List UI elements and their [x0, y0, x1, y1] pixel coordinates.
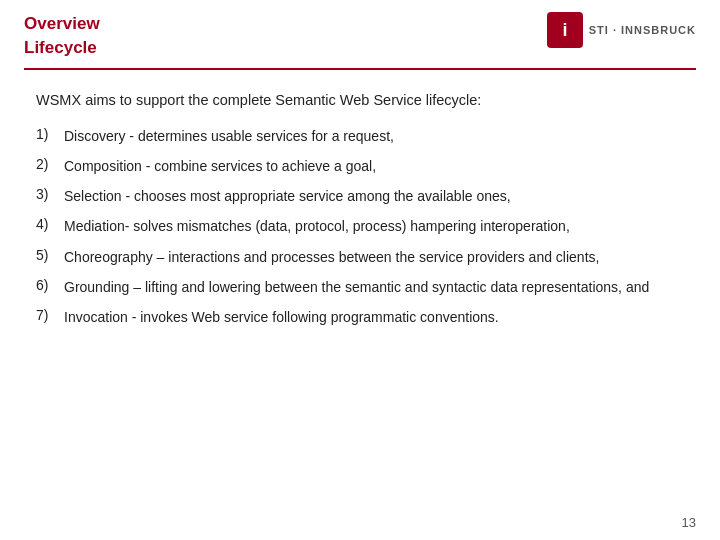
lifecycle-list: 1)Discovery - determines usable services…: [36, 126, 684, 328]
list-number: 5): [36, 247, 64, 263]
list-text: Composition - combine services to achiev…: [64, 156, 376, 176]
page-header: Overview Lifecycle i STI · INNSBRUCK: [0, 0, 720, 68]
list-number: 7): [36, 307, 64, 323]
list-text: Selection - chooses most appropriate ser…: [64, 186, 511, 206]
list-text: Discovery - determines usable services f…: [64, 126, 394, 146]
list-item: 6)Grounding – lifting and lowering betwe…: [36, 277, 684, 297]
list-text: Choreography – interactions and processe…: [64, 247, 599, 267]
list-text: Grounding – lifting and lowering between…: [64, 277, 649, 297]
sti-logo-icon: i: [547, 12, 583, 48]
main-content: WSMX aims to support the complete Semant…: [0, 70, 720, 354]
list-item: 2)Composition - combine services to achi…: [36, 156, 684, 176]
list-number: 1): [36, 126, 64, 142]
list-item: 4)Mediation- solves mismatches (data, pr…: [36, 216, 684, 236]
list-item: 1)Discovery - determines usable services…: [36, 126, 684, 146]
svg-text:i: i: [562, 20, 567, 40]
list-text: Invocation - invokes Web service followi…: [64, 307, 499, 327]
list-item: 5)Choreography – interactions and proces…: [36, 247, 684, 267]
list-text: Mediation- solves mismatches (data, prot…: [64, 216, 570, 236]
list-item: 7)Invocation - invokes Web service follo…: [36, 307, 684, 327]
list-number: 3): [36, 186, 64, 202]
list-number: 6): [36, 277, 64, 293]
list-number: 2): [36, 156, 64, 172]
page-title: Overview Lifecycle: [24, 12, 100, 60]
intro-text: WSMX aims to support the complete Semant…: [36, 92, 684, 108]
logo-area: i STI · INNSBRUCK: [547, 12, 696, 48]
logo-text: STI · INNSBRUCK: [589, 24, 696, 36]
list-item: 3)Selection - chooses most appropriate s…: [36, 186, 684, 206]
list-number: 4): [36, 216, 64, 232]
page-number: 13: [682, 515, 696, 530]
